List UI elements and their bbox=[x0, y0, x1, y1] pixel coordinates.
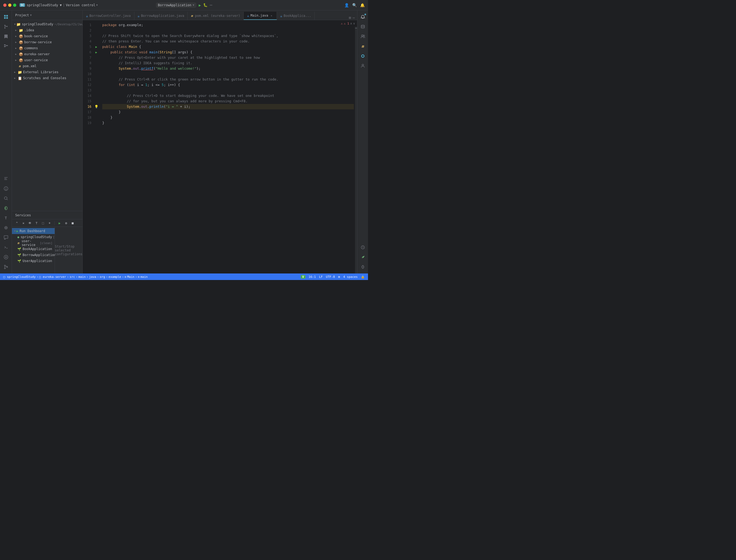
project-panel-header[interactable]: Project ▼ bbox=[12, 10, 82, 20]
tab-close-main[interactable]: ✕ bbox=[270, 14, 273, 17]
status-class: Main bbox=[127, 275, 135, 279]
tree-label-commons: commons bbox=[24, 46, 38, 50]
ln-9: 9 bbox=[83, 66, 91, 71]
code-editor[interactable]: ⚠ ⚠ 1 ∧ ∨ 1 2 3 4 5 6 7 8 9 10 1 bbox=[83, 20, 357, 273]
right-icon-database[interactable] bbox=[359, 22, 367, 31]
tab-borrow-controller[interactable]: ☕ BorrowController.java bbox=[83, 12, 134, 20]
svg-rect-10 bbox=[4, 44, 5, 45]
svc-label-user-clean: user-service bbox=[22, 239, 39, 247]
sidebar-item-terminal[interactable] bbox=[2, 243, 10, 252]
sidebar-item-project[interactable] bbox=[2, 13, 10, 21]
tab-book-application[interactable]: ☕ BookApplica... bbox=[277, 12, 315, 20]
right-icon-ai[interactable] bbox=[359, 263, 367, 271]
tree-item-idea[interactable]: ▶ 📁 .idea bbox=[12, 27, 82, 33]
close-button[interactable] bbox=[3, 4, 7, 7]
folder-icon-ext: 📁 bbox=[18, 70, 22, 74]
module-icon-commons: 📦 bbox=[19, 46, 23, 50]
sidebar-item-editor[interactable] bbox=[2, 233, 10, 242]
services-settings[interactable]: ⚙ bbox=[63, 220, 69, 226]
svc-item-borrow-app[interactable]: 🌱 BorrowApplication bbox=[12, 252, 55, 258]
services-run-button[interactable]: ▶ bbox=[57, 220, 62, 226]
error-nav-down[interactable]: ∨ bbox=[353, 22, 355, 25]
gutter-17 bbox=[94, 109, 99, 115]
run-button[interactable]: ▶ bbox=[199, 3, 201, 7]
tab-main-java[interactable]: ☕ Main.java ✕ bbox=[244, 12, 277, 20]
right-icon-notifications[interactable] bbox=[359, 13, 367, 21]
search-icon[interactable]: 🔍 bbox=[352, 3, 357, 7]
svc-item-book-app[interactable]: 🌱 BookApplication bbox=[12, 246, 55, 252]
tree-item-root[interactable]: ▼ 📁 springCloudStudy ~/Desktop/CS/Java bbox=[12, 21, 82, 27]
sidebar-item-find[interactable] bbox=[2, 194, 10, 203]
run-config-selector[interactable]: BorrowApplication ▼ bbox=[156, 2, 197, 8]
version-control-selector[interactable]: Version control bbox=[66, 3, 95, 7]
run-config-arrow: ▼ bbox=[193, 4, 194, 7]
titlebar: SC springCloudStudy ▼ | Version control … bbox=[0, 0, 368, 10]
tree-item-commons[interactable]: ▶ 📦 commons bbox=[12, 45, 82, 51]
status-readonly-icon: 🔒 bbox=[361, 275, 365, 279]
tab-pom-xml[interactable]: m pom.xml (eureka-server) bbox=[188, 12, 244, 20]
account-icon[interactable]: 👤 bbox=[344, 3, 349, 7]
sidebar-item-structure[interactable] bbox=[2, 42, 10, 51]
svc-item-run-dashboard[interactable]: ▼ ▶ Run Dashboard bbox=[12, 228, 55, 234]
sidebar-item-problems[interactable] bbox=[2, 184, 10, 193]
services-add[interactable]: + bbox=[47, 220, 52, 226]
right-icon-m[interactable]: m bbox=[359, 42, 367, 51]
tab-borrow-application[interactable]: ☕ BorrowApplication.java bbox=[134, 12, 188, 20]
status-encoding[interactable]: UTF-8 bbox=[326, 275, 335, 279]
services-stop[interactable]: ■ bbox=[70, 220, 75, 226]
sidebar-item-t[interactable]: T bbox=[2, 214, 10, 222]
svc-item-user-clean[interactable]: m user-service [clean] bbox=[12, 240, 55, 246]
code-content[interactable]: package org.example; // Press Shift twic… bbox=[99, 20, 357, 273]
tree-item-eureka[interactable]: ▶ 📦 eureka-server bbox=[12, 51, 82, 57]
sidebar-item-run[interactable] bbox=[2, 253, 10, 261]
tab-bar-more[interactable]: ⊞ bbox=[349, 16, 351, 20]
tree-item-external-libs[interactable]: ▶ 📁 External Libraries bbox=[12, 69, 82, 75]
services-eye[interactable]: 👁 bbox=[27, 220, 33, 226]
services-close[interactable]: ✕ bbox=[21, 220, 26, 226]
toolbar-sep-1 bbox=[54, 221, 55, 225]
sidebar-item-spring[interactable] bbox=[2, 204, 10, 213]
services-collapse-all[interactable]: ⌃ bbox=[14, 220, 20, 226]
tree-item-borrow-service[interactable]: ▶ 📦 borrow-service bbox=[12, 39, 82, 45]
sidebar-item-services[interactable] bbox=[2, 223, 10, 232]
gutter-13 bbox=[94, 88, 99, 93]
status-line-ending[interactable]: LF bbox=[319, 275, 323, 279]
tree-item-user-service[interactable]: ▶ 📦 user-service bbox=[12, 57, 82, 63]
status-src: src bbox=[70, 275, 75, 279]
code-line-2 bbox=[102, 28, 354, 33]
tree-item-pom[interactable]: ▶ m pom.xml bbox=[12, 63, 82, 69]
right-icon-history[interactable] bbox=[359, 243, 367, 252]
project-panel-arrow: ▼ bbox=[30, 14, 32, 17]
sidebar-item-bookmarks[interactable] bbox=[2, 32, 10, 41]
minimize-button[interactable] bbox=[8, 4, 11, 7]
gutter-6[interactable]: ▶ bbox=[94, 50, 99, 55]
services-add-config[interactable]: ⬚ bbox=[40, 220, 46, 226]
maximize-button[interactable] bbox=[13, 4, 16, 7]
status-position[interactable]: 16:1 bbox=[309, 275, 316, 279]
sidebar-item-git[interactable] bbox=[2, 263, 10, 271]
project-selector[interactable]: SC springCloudStudy ▼ bbox=[20, 3, 62, 7]
code-line-4: // then press Enter. You can now see whi… bbox=[102, 39, 354, 44]
right-icon-circle[interactable] bbox=[359, 52, 367, 60]
tab-label-pom: pom.xml (eureka-server) bbox=[195, 14, 240, 18]
services-filter[interactable]: ⊤ bbox=[34, 220, 39, 226]
right-icon-leaf[interactable] bbox=[359, 253, 367, 261]
svc-item-user-app[interactable]: 🌱 UserApplication bbox=[12, 258, 55, 264]
right-icon-people[interactable] bbox=[359, 32, 367, 41]
gutter-16[interactable]: 💡 bbox=[94, 104, 99, 109]
more-options-button[interactable]: ⋯ bbox=[210, 2, 213, 8]
error-nav-up[interactable]: ∧ bbox=[350, 22, 352, 25]
tab-bar-settings[interactable]: ⋯ bbox=[353, 16, 355, 20]
gutter-5[interactable]: ▶ bbox=[94, 44, 99, 50]
sidebar-item-todo[interactable] bbox=[2, 174, 10, 183]
notifications-icon[interactable]: 🔔 bbox=[360, 3, 365, 7]
right-icon-people2[interactable] bbox=[359, 61, 367, 70]
tree-item-book-service[interactable]: ▶ 📦 book-service bbox=[12, 33, 82, 39]
status-indent[interactable]: 4 spaces bbox=[343, 275, 358, 279]
debug-button[interactable]: 🐛 bbox=[203, 3, 208, 7]
scroll-minimap[interactable] bbox=[355, 27, 357, 273]
sidebar-item-vcs[interactable] bbox=[2, 22, 10, 31]
tree-label-idea: .idea bbox=[24, 28, 34, 32]
code-line-15: // for you, but you can always add more … bbox=[102, 99, 354, 104]
tree-item-scratches[interactable]: ▶ 📋 Scratches and Consoles bbox=[12, 75, 82, 81]
